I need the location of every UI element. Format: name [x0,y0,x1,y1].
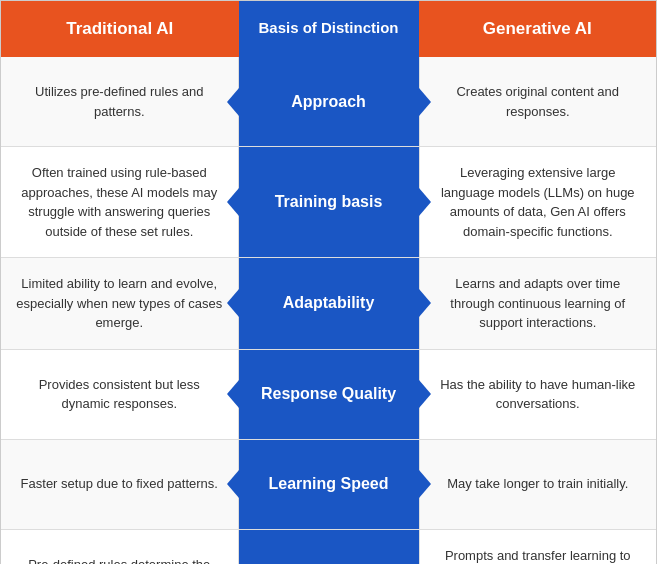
cell-right-5: Prompts and transfer learning to enhance… [419,530,657,565]
header-traditional: Traditional AI [1,1,239,57]
cell-middle-4: Learning Speed [239,440,419,529]
table-row: Utilizes pre-defined rules and patterns.… [1,57,656,147]
cell-right-4: May take longer to train initially. [419,440,657,529]
header-generative: Generative AI [419,1,657,57]
cell-left-0: Utilizes pre-defined rules and patterns. [1,57,239,146]
cell-right-3: Has the ability to have human-like conve… [419,350,657,439]
cell-middle-0: Approach [239,57,419,146]
table-row: Pre-defined rules determine the sentimen… [1,530,656,565]
cell-middle-2: Adaptability [239,258,419,349]
cell-middle-5: Sentiment Analysis [239,530,419,565]
cell-left-3: Provides consistent but less dynamic res… [1,350,239,439]
cell-left-4: Faster setup due to fixed patterns. [1,440,239,529]
table-row: Faster setup due to fixed patterns.Learn… [1,440,656,530]
cell-right-0: Creates original content and responses. [419,57,657,146]
table-row: Limited ability to learn and evolve, esp… [1,258,656,350]
cell-right-1: Leveraging extensive large language mode… [419,147,657,257]
header-distinction: Basis of Distinction [239,1,419,57]
cell-left-1: Often trained using rule-based approache… [1,147,239,257]
header-row: Traditional AI Basis of Distinction Gene… [1,1,656,57]
cell-left-5: Pre-defined rules determine the sentimen… [1,530,239,565]
cell-right-2: Learns and adapts over time through cont… [419,258,657,349]
rows-container: Utilizes pre-defined rules and patterns.… [1,57,656,564]
comparison-container: Traditional AI Basis of Distinction Gene… [0,0,657,564]
cell-left-2: Limited ability to learn and evolve, esp… [1,258,239,349]
table-row: Provides consistent but less dynamic res… [1,350,656,440]
cell-middle-1: Training basis [239,147,419,257]
cell-middle-3: Response Quality [239,350,419,439]
table-row: Often trained using rule-based approache… [1,147,656,258]
